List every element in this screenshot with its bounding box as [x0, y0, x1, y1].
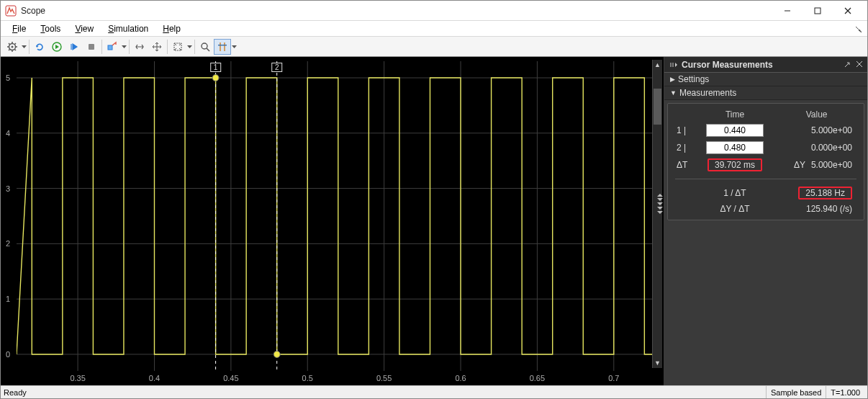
- svg-point-6: [12, 45, 14, 48]
- status-bar: Ready Sample based T=1.000: [1, 385, 867, 398]
- y-tick: 5: [6, 73, 10, 82]
- pan-button[interactable]: [148, 39, 166, 55]
- x-tick: 0.55: [376, 374, 392, 382]
- svg-line-20: [207, 48, 209, 51]
- status-time: T=1.000: [826, 386, 864, 398]
- scroll-thumb[interactable]: [654, 89, 661, 125]
- measurements-body: TimeValue 1 | 5.000e+00 2 | 0.000e+00 ΔT…: [667, 103, 864, 220]
- main-area: 543210 0.350.40.450.50.550.60.650.7 12 ▲…: [1, 57, 867, 385]
- svg-line-11: [9, 43, 10, 45]
- x-tick: 0.35: [70, 374, 85, 382]
- svg-point-19: [202, 43, 207, 49]
- invdT-label: 1 / ΔT: [696, 185, 774, 201]
- x-tick: 0.4: [149, 374, 160, 382]
- x-tick: 0.6: [455, 374, 466, 382]
- svg-line-13: [9, 49, 10, 50]
- scroll-down-icon[interactable]: ▼: [653, 358, 662, 368]
- panel-popout-icon[interactable]: [844, 60, 851, 70]
- panel-collapse-icon[interactable]: [669, 60, 679, 69]
- minimize-button[interactable]: [772, 1, 803, 21]
- app-icon: [5, 5, 17, 17]
- status-sample: Sample based: [766, 386, 826, 398]
- menu-help[interactable]: Help: [155, 22, 188, 35]
- panel-close-icon[interactable]: [856, 60, 863, 70]
- cursor-dropdown[interactable]: [231, 45, 238, 48]
- svg-line-12: [15, 43, 17, 45]
- menu-file[interactable]: File: [5, 22, 33, 35]
- toolbar-overflow-icon[interactable]: [854, 22, 863, 35]
- svg-point-41: [273, 351, 280, 357]
- settings-dropdown[interactable]: [21, 45, 27, 48]
- cursor1-value: 5.000e+00: [775, 122, 858, 138]
- autoscale-dropdown[interactable]: [186, 45, 193, 48]
- menubar: File Tools View Simulation Help: [1, 21, 867, 37]
- restart-button[interactable]: [31, 39, 48, 55]
- vertical-scrollbar[interactable]: ▲ ▼: [652, 60, 662, 368]
- cursor-measurements-panel: Cursor Measurements ▶Settings ▼Measureme…: [664, 57, 867, 385]
- stop-button[interactable]: [83, 39, 100, 55]
- menu-view[interactable]: View: [68, 22, 101, 35]
- highlight-dropdown[interactable]: [121, 45, 127, 48]
- run-button[interactable]: [48, 39, 65, 55]
- x-tick: 0.65: [530, 374, 545, 382]
- maximize-button[interactable]: [803, 1, 833, 21]
- svg-line-14: [15, 49, 17, 50]
- x-tick: 0.7: [608, 374, 619, 382]
- window-titlebar: Scope: [1, 1, 867, 21]
- cursor-label-1[interactable]: 1: [210, 63, 222, 72]
- scope-chart[interactable]: [17, 61, 652, 371]
- zoom-button[interactable]: [196, 39, 214, 55]
- close-button[interactable]: [833, 1, 863, 21]
- zoom-x-button[interactable]: [131, 39, 148, 55]
- dY-value: 5.000e+00: [811, 160, 852, 170]
- cursor2-time-input[interactable]: [706, 141, 764, 154]
- panel-drag-handle[interactable]: [657, 194, 663, 214]
- dT-label: ΔT: [674, 157, 695, 173]
- settings-button[interactable]: [4, 39, 21, 55]
- plot-area[interactable]: 543210 0.350.40.450.50.550.60.650.7 12 ▲…: [1, 57, 664, 385]
- x-tick: 0.45: [223, 374, 238, 382]
- dT-value: 39.702 ms: [707, 158, 762, 171]
- slope-label: ΔY / ΔT: [696, 202, 774, 215]
- y-tick: 2: [6, 239, 10, 248]
- svg-rect-16: [89, 44, 94, 50]
- status-ready: Ready: [4, 388, 27, 397]
- panel-title: Cursor Measurements: [682, 60, 773, 70]
- y-tick: 4: [6, 129, 10, 138]
- svg-rect-17: [108, 45, 112, 50]
- measurements-label: Measurements: [679, 88, 736, 98]
- cursor-label-2[interactable]: 2: [271, 63, 283, 72]
- y-tick: 0: [6, 350, 10, 359]
- settings-label: Settings: [678, 74, 709, 84]
- expanded-triangle-icon: ▼: [670, 89, 677, 97]
- y-tick: 3: [6, 184, 10, 193]
- step-button[interactable]: [65, 39, 83, 55]
- settings-section-header[interactable]: ▶Settings: [664, 73, 867, 86]
- col-time: Time: [696, 108, 774, 121]
- row2-label: 2 |: [674, 140, 695, 156]
- invdT-value: 25.188 Hz: [798, 187, 852, 200]
- measurements-section-header[interactable]: ▼Measurements: [664, 86, 867, 100]
- window-title: Scope: [21, 6, 45, 16]
- scroll-up-icon[interactable]: ▲: [653, 60, 662, 70]
- collapsed-triangle-icon: ▶: [670, 76, 675, 83]
- y-tick: 1: [6, 295, 10, 303]
- svg-rect-23: [218, 45, 227, 45]
- x-tick: 0.5: [302, 374, 313, 382]
- cursor-measure-button[interactable]: [214, 39, 231, 55]
- highlight-button[interactable]: [104, 39, 121, 55]
- toolbar: [1, 37, 867, 57]
- svg-point-39: [212, 75, 219, 81]
- row1-label: 1 |: [674, 122, 695, 138]
- cursor1-time-input[interactable]: [706, 124, 764, 137]
- menu-tools[interactable]: Tools: [33, 22, 68, 35]
- menu-simulation[interactable]: Simulation: [101, 22, 155, 35]
- autoscale-button[interactable]: [169, 39, 186, 55]
- dY-label: ΔY: [794, 160, 805, 170]
- cursor2-value: 0.000e+00: [775, 140, 858, 156]
- svg-rect-2: [815, 8, 820, 14]
- col-value: Value: [775, 108, 858, 121]
- slope-value: 125.940 (/s): [775, 202, 858, 215]
